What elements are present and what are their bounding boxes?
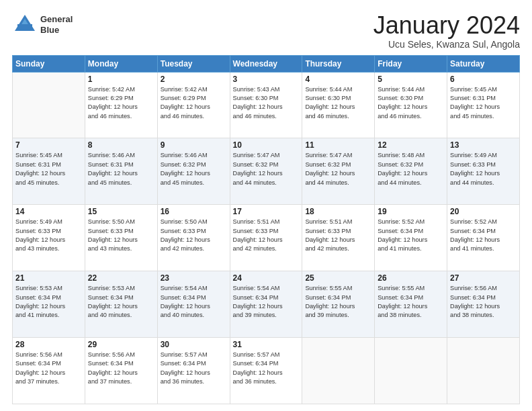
day-number: 5 xyxy=(378,75,444,84)
cell-content: Sunrise: 5:48 AM Sunset: 6:32 PM Dayligh… xyxy=(378,151,444,187)
day-number: 16 xyxy=(161,207,227,216)
calendar-cell: 2Sunrise: 5:42 AM Sunset: 6:29 PM Daylig… xyxy=(157,72,230,138)
cell-content: Sunrise: 5:54 AM Sunset: 6:34 PM Dayligh… xyxy=(161,284,227,320)
header-row: SundayMondayTuesdayWednesdayThursdayFrid… xyxy=(13,55,520,72)
calendar-cell: 12Sunrise: 5:48 AM Sunset: 6:32 PM Dayli… xyxy=(375,138,447,205)
logo-line2: Blue xyxy=(40,25,73,36)
calendar-cell: 21Sunrise: 5:53 AM Sunset: 6:34 PM Dayli… xyxy=(13,271,85,338)
calendar-cell xyxy=(13,72,85,138)
day-number: 21 xyxy=(15,273,82,283)
cell-content: Sunrise: 5:47 AM Sunset: 6:32 PM Dayligh… xyxy=(233,151,300,187)
cell-content: Sunrise: 5:45 AM Sunset: 6:31 PM Dayligh… xyxy=(450,85,517,121)
calendar-cell: 16Sunrise: 5:50 AM Sunset: 6:33 PM Dayli… xyxy=(157,205,230,271)
header-right: January 2024 Ucu Seles, Kwanza Sul, Ango… xyxy=(373,12,520,50)
cell-content: Sunrise: 5:46 AM Sunset: 6:31 PM Dayligh… xyxy=(88,151,154,187)
cell-content: Sunrise: 5:44 AM Sunset: 6:30 PM Dayligh… xyxy=(378,85,444,121)
day-number: 30 xyxy=(161,340,227,349)
day-of-week-header: Tuesday xyxy=(157,55,230,72)
cell-content: Sunrise: 5:46 AM Sunset: 6:32 PM Dayligh… xyxy=(161,151,227,187)
cell-content: Sunrise: 5:43 AM Sunset: 6:30 PM Dayligh… xyxy=(233,85,300,121)
calendar-header: SundayMondayTuesdayWednesdayThursdayFrid… xyxy=(13,55,520,72)
day-number: 15 xyxy=(88,207,154,216)
calendar-cell: 7Sunrise: 5:45 AM Sunset: 6:31 PM Daylig… xyxy=(13,138,85,205)
calendar-cell: 9Sunrise: 5:46 AM Sunset: 6:32 PM Daylig… xyxy=(157,138,230,205)
cell-content: Sunrise: 5:51 AM Sunset: 6:33 PM Dayligh… xyxy=(305,218,371,253)
logo-icon xyxy=(12,12,38,38)
svg-rect-2 xyxy=(17,24,32,31)
calendar-cell: 23Sunrise: 5:54 AM Sunset: 6:34 PM Dayli… xyxy=(157,271,230,338)
calendar-cell: 28Sunrise: 5:56 AM Sunset: 6:34 PM Dayli… xyxy=(13,338,85,404)
logo-text: General Blue xyxy=(40,14,73,35)
calendar-cell: 20Sunrise: 5:52 AM Sunset: 6:34 PM Dayli… xyxy=(447,205,520,271)
day-number: 9 xyxy=(161,140,227,150)
day-number: 22 xyxy=(88,273,154,283)
day-number: 29 xyxy=(88,340,154,349)
day-of-week-header: Sunday xyxy=(13,55,85,72)
calendar-cell xyxy=(447,338,520,404)
day-number: 11 xyxy=(305,140,371,150)
cell-content: Sunrise: 5:55 AM Sunset: 6:34 PM Dayligh… xyxy=(378,284,444,320)
day-number: 13 xyxy=(450,140,517,150)
day-number: 28 xyxy=(15,340,82,349)
cell-content: Sunrise: 5:55 AM Sunset: 6:34 PM Dayligh… xyxy=(305,284,371,320)
cell-content: Sunrise: 5:51 AM Sunset: 6:33 PM Dayligh… xyxy=(233,218,300,253)
day-of-week-header: Thursday xyxy=(302,55,375,72)
day-number: 8 xyxy=(88,140,154,150)
calendar-cell: 31Sunrise: 5:57 AM Sunset: 6:34 PM Dayli… xyxy=(230,338,302,404)
calendar: SundayMondayTuesdayWednesdayThursdayFrid… xyxy=(12,55,520,404)
calendar-week-row: 1Sunrise: 5:42 AM Sunset: 6:29 PM Daylig… xyxy=(13,72,520,138)
calendar-cell: 19Sunrise: 5:52 AM Sunset: 6:34 PM Dayli… xyxy=(375,205,447,271)
cell-content: Sunrise: 5:56 AM Sunset: 6:34 PM Dayligh… xyxy=(15,351,82,386)
cell-content: Sunrise: 5:42 AM Sunset: 6:29 PM Dayligh… xyxy=(88,85,154,121)
calendar-cell: 4Sunrise: 5:44 AM Sunset: 6:30 PM Daylig… xyxy=(302,72,375,138)
day-number: 10 xyxy=(233,140,300,150)
calendar-cell: 29Sunrise: 5:56 AM Sunset: 6:34 PM Dayli… xyxy=(85,338,157,404)
calendar-cell: 27Sunrise: 5:56 AM Sunset: 6:34 PM Dayli… xyxy=(447,271,520,338)
day-number: 7 xyxy=(15,140,82,150)
calendar-cell: 25Sunrise: 5:55 AM Sunset: 6:34 PM Dayli… xyxy=(302,271,375,338)
calendar-cell xyxy=(375,338,447,404)
day-number: 3 xyxy=(233,75,300,84)
header: General Blue January 2024 Ucu Seles, Kwa… xyxy=(12,12,520,50)
calendar-cell: 10Sunrise: 5:47 AM Sunset: 6:32 PM Dayli… xyxy=(230,138,302,205)
day-number: 19 xyxy=(378,207,444,216)
calendar-week-row: 7Sunrise: 5:45 AM Sunset: 6:31 PM Daylig… xyxy=(13,138,520,205)
day-number: 23 xyxy=(161,273,227,283)
logo: General Blue xyxy=(12,12,73,38)
calendar-cell: 30Sunrise: 5:57 AM Sunset: 6:34 PM Dayli… xyxy=(157,338,230,404)
day-number: 26 xyxy=(378,273,444,283)
day-of-week-header: Wednesday xyxy=(230,55,302,72)
day-number: 17 xyxy=(233,207,300,216)
cell-content: Sunrise: 5:53 AM Sunset: 6:34 PM Dayligh… xyxy=(88,284,154,320)
day-of-week-header: Saturday xyxy=(447,55,520,72)
cell-content: Sunrise: 5:49 AM Sunset: 6:33 PM Dayligh… xyxy=(450,151,517,187)
calendar-cell: 26Sunrise: 5:55 AM Sunset: 6:34 PM Dayli… xyxy=(375,271,447,338)
calendar-body: 1Sunrise: 5:42 AM Sunset: 6:29 PM Daylig… xyxy=(13,72,520,404)
calendar-cell: 15Sunrise: 5:50 AM Sunset: 6:33 PM Dayli… xyxy=(85,205,157,271)
day-number: 1 xyxy=(88,75,154,84)
page: General Blue January 2024 Ucu Seles, Kwa… xyxy=(0,0,532,411)
day-number: 18 xyxy=(305,207,371,216)
cell-content: Sunrise: 5:52 AM Sunset: 6:34 PM Dayligh… xyxy=(450,218,517,253)
cell-content: Sunrise: 5:44 AM Sunset: 6:30 PM Dayligh… xyxy=(305,85,371,121)
day-of-week-header: Friday xyxy=(375,55,447,72)
cell-content: Sunrise: 5:50 AM Sunset: 6:33 PM Dayligh… xyxy=(161,218,227,253)
day-number: 25 xyxy=(305,273,371,283)
calendar-cell: 14Sunrise: 5:49 AM Sunset: 6:33 PM Dayli… xyxy=(13,205,85,271)
calendar-cell: 3Sunrise: 5:43 AM Sunset: 6:30 PM Daylig… xyxy=(230,72,302,138)
calendar-cell: 8Sunrise: 5:46 AM Sunset: 6:31 PM Daylig… xyxy=(85,138,157,205)
calendar-cell: 6Sunrise: 5:45 AM Sunset: 6:31 PM Daylig… xyxy=(447,72,520,138)
location: Ucu Seles, Kwanza Sul, Angola xyxy=(373,39,520,50)
calendar-cell: 22Sunrise: 5:53 AM Sunset: 6:34 PM Dayli… xyxy=(85,271,157,338)
calendar-cell: 24Sunrise: 5:54 AM Sunset: 6:34 PM Dayli… xyxy=(230,271,302,338)
cell-content: Sunrise: 5:49 AM Sunset: 6:33 PM Dayligh… xyxy=(15,218,82,253)
cell-content: Sunrise: 5:47 AM Sunset: 6:32 PM Dayligh… xyxy=(305,151,371,187)
calendar-cell: 5Sunrise: 5:44 AM Sunset: 6:30 PM Daylig… xyxy=(375,72,447,138)
day-number: 24 xyxy=(233,273,300,283)
cell-content: Sunrise: 5:42 AM Sunset: 6:29 PM Dayligh… xyxy=(161,85,227,121)
day-number: 2 xyxy=(161,75,227,84)
calendar-cell: 11Sunrise: 5:47 AM Sunset: 6:32 PM Dayli… xyxy=(302,138,375,205)
day-number: 31 xyxy=(233,340,300,349)
day-of-week-header: Monday xyxy=(85,55,157,72)
logo-line1: General xyxy=(40,14,73,25)
